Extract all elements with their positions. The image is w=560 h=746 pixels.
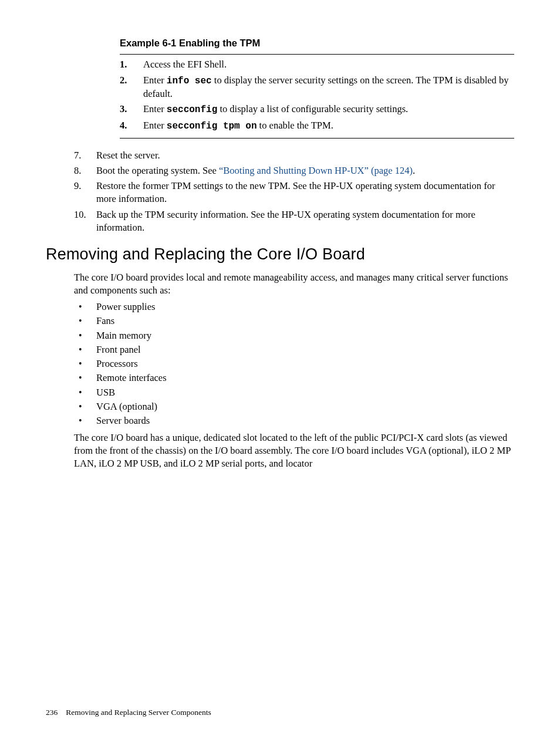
list-item: Server boards — [74, 414, 514, 427]
footer-chapter-title: Removing and Replacing Server Components — [66, 708, 211, 717]
example-rule-top — [120, 54, 514, 55]
list-item: Remote interfaces — [74, 372, 514, 384]
example-step-1-text: Access the EFI Shell. — [143, 59, 227, 70]
step-9-text: Restore the former TPM settings to the n… — [96, 180, 495, 204]
list-item: Fans — [74, 315, 514, 328]
step-10-text: Back up the TPM security information. Se… — [96, 209, 475, 233]
example-step-4-text-a: Enter — [143, 120, 167, 131]
list-item: VGA (optional) — [74, 400, 514, 413]
example-step-4: Enter secconfig tpm on to enable the TPM… — [120, 119, 514, 133]
example-step-1: Access the EFI Shell. — [120, 58, 514, 71]
step-8-text-a: Boot the operating system. See — [96, 165, 219, 176]
list-item-label: USB — [96, 387, 115, 398]
list-item-label: Fans — [96, 315, 114, 326]
continuation-steps-list: 7. Reset the server. 8. Boot the operati… — [74, 149, 514, 235]
example-steps-list: Access the EFI Shell. Enter info sec to … — [120, 58, 514, 133]
list-item-label: Server boards — [96, 415, 150, 426]
list-item-label: Remote interfaces — [96, 372, 167, 383]
list-item: USB — [74, 386, 514, 399]
step-7-number: 7. — [74, 149, 81, 162]
list-item-label: Processors — [96, 358, 138, 369]
section-intro: The core I/O board provides local and re… — [74, 271, 514, 298]
example-step-2: Enter info sec to display the server sec… — [120, 74, 514, 101]
step-9-number: 9. — [74, 180, 81, 193]
list-item: Front panel — [74, 343, 514, 356]
step-8-number: 8. — [74, 164, 81, 177]
section-heading: Removing and Replacing the Core I/O Boar… — [46, 244, 514, 265]
list-item: Processors — [74, 357, 514, 370]
list-item-label: Main memory — [96, 330, 151, 341]
component-list: Power supplies Fans Main memory Front pa… — [74, 301, 514, 427]
step-7: 7. Reset the server. — [74, 149, 514, 162]
step-10-number: 10. — [74, 208, 86, 221]
section-paragraph-2: The core I/O board has a unique, dedicat… — [74, 431, 514, 471]
step-10: 10. Back up the TPM security information… — [74, 208, 514, 235]
page-footer: 236Removing and Replacing Server Compone… — [46, 707, 211, 718]
example-step-2-code: info sec — [167, 76, 212, 86]
step-8-text-b: . — [413, 165, 415, 176]
example-step-3-text-a: Enter — [143, 103, 167, 114]
example-rule-bottom — [120, 138, 514, 139]
list-item: Main memory — [74, 329, 514, 342]
example-step-2-text-a: Enter — [143, 75, 167, 86]
example-heading: Example 6-1 Enabling the TPM — [120, 36, 514, 49]
step-8: 8. Boot the operating system. See “Booti… — [74, 164, 514, 177]
example-step-4-text-b: to enable the TPM. — [257, 120, 333, 131]
step-9: 9. Restore the former TPM settings to th… — [74, 180, 514, 206]
example-step-4-code: secconfig tpm on — [167, 121, 257, 131]
step-7-text: Reset the server. — [96, 150, 160, 161]
list-item-label: VGA (optional) — [96, 401, 157, 412]
step-8-link[interactable]: “Booting and Shutting Down HP-UX” (page … — [219, 165, 413, 176]
example-step-3-code: secconfig — [167, 104, 217, 115]
page-number: 236 — [46, 708, 58, 717]
list-item: Power supplies — [74, 301, 514, 313]
example-step-3-text-b: to display a list of configurable securi… — [217, 103, 408, 114]
list-item-label: Power supplies — [96, 301, 155, 312]
example-step-3: Enter secconfig to display a list of con… — [120, 103, 514, 117]
list-item-label: Front panel — [96, 344, 141, 355]
